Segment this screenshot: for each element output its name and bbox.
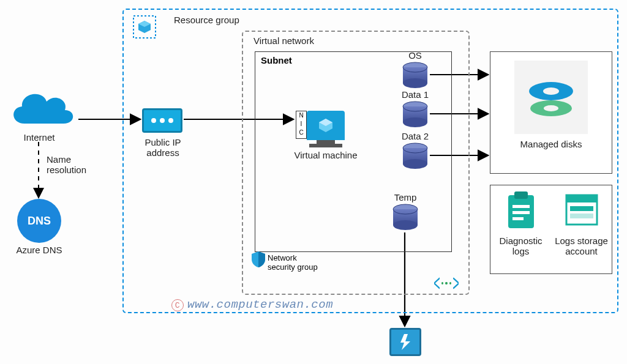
dns-label: Azure DNS <box>9 245 70 255</box>
vm-icon <box>307 111 345 140</box>
managed-disks-card: Managed disks <box>490 51 612 174</box>
temp-storage-icon <box>389 328 421 356</box>
storage-account-icon <box>565 191 598 232</box>
clipboard-icon <box>506 191 536 232</box>
nsg-label: Network security group <box>268 253 318 272</box>
logs-storage-label: Logs storage account <box>555 236 608 256</box>
diagnostic-logs-label: Diagnostic logs <box>499 236 542 256</box>
public-ip-icon <box>142 108 182 133</box>
internet-label: Internet <box>9 132 70 143</box>
svg-rect-40 <box>570 214 593 218</box>
svg-rect-36 <box>512 217 524 220</box>
disk-temp-icon <box>392 204 419 231</box>
resource-group-icon <box>132 15 157 39</box>
svg-point-14 <box>403 78 427 88</box>
watermark-text: www.computerswan.com <box>187 298 333 311</box>
svg-point-18 <box>403 117 427 127</box>
vnet-peering-icon <box>434 276 459 291</box>
svg-rect-38 <box>566 195 597 202</box>
name-resolution-label: Name resolution <box>47 154 102 175</box>
svg-rect-33 <box>514 191 528 199</box>
svg-rect-34 <box>512 205 530 208</box>
managed-disks-label: Managed disks <box>490 139 612 149</box>
svg-point-31 <box>543 87 559 95</box>
vm-label: Virtual machine <box>283 150 369 160</box>
disk-temp-label: Temp <box>386 192 425 202</box>
public-ip-label: Public IP address <box>132 137 193 158</box>
disk-os-label: OS <box>398 50 432 61</box>
svg-rect-35 <box>512 211 530 214</box>
svg-point-22 <box>403 159 427 169</box>
svg-point-26 <box>393 220 418 230</box>
logs-storage-group: Logs storage account <box>551 185 612 273</box>
disk-os-icon <box>402 62 429 89</box>
dns-badge: DNS <box>28 215 51 228</box>
nic-label: N I C <box>296 111 307 139</box>
resource-group-label: Resource group <box>174 15 239 25</box>
disk-data2-label: Data 2 <box>392 131 438 141</box>
cloud-icon <box>6 87 77 131</box>
virtual-network-label: Virtual network <box>253 35 314 46</box>
watermark: Cwww.computerswan.com <box>171 298 333 311</box>
svg-rect-39 <box>570 206 593 211</box>
logs-card: Diagnostic logs Logs storage account <box>490 185 612 274</box>
shield-icon <box>252 251 265 267</box>
subnet-label: Subnet <box>261 55 292 65</box>
diagnostic-logs-group: Diagnostic logs <box>490 185 551 273</box>
dns-icon: DNS <box>17 199 61 243</box>
managed-disks-icon <box>514 61 588 134</box>
disk-data2-icon <box>402 143 429 169</box>
disk-data1-label: Data 1 <box>392 89 438 100</box>
svg-point-29 <box>544 105 558 111</box>
disk-data1-icon <box>402 101 429 128</box>
vm-base <box>309 144 342 147</box>
